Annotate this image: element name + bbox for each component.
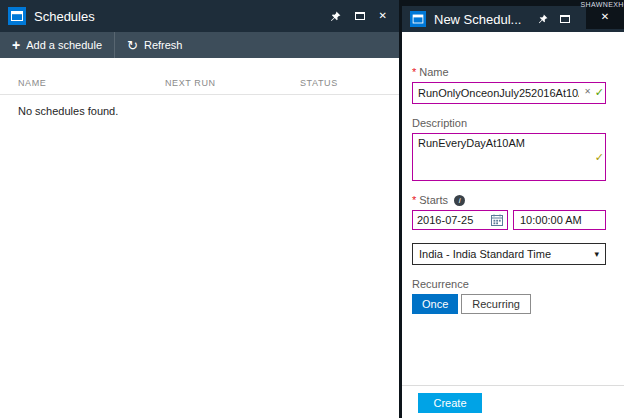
description-field: Description RunEveryDayAt10AM ✓ xyxy=(412,117,606,181)
titlebar-actions: ✕ xyxy=(330,11,391,22)
command-bar: + Add a schedule ↻ Refresh xyxy=(0,32,399,58)
schedules-titlebar: Schedules ✕ xyxy=(0,0,399,32)
required-asterisk: * xyxy=(412,66,416,78)
portal-corner: SHAWNEXHO ✕ xyxy=(586,0,624,29)
valid-check-icon: ✓ xyxy=(595,87,604,98)
add-schedule-button[interactable]: + Add a schedule xyxy=(0,32,115,58)
name-label: * Name xyxy=(412,66,606,78)
account-name: SHAWNEXHO xyxy=(580,1,624,8)
timezone-value: India - India Standard Time xyxy=(419,248,551,260)
pin-icon[interactable] xyxy=(538,14,548,24)
maximize-icon[interactable] xyxy=(355,12,365,20)
name-input-wrap: ✕ ✓ xyxy=(412,82,606,104)
close-icon[interactable]: ✕ xyxy=(379,11,387,21)
portal-close-icon[interactable]: ✕ xyxy=(601,12,609,22)
new-schedule-blade: New Schedul... * Name ✕ ✓ xyxy=(402,6,624,418)
schedules-title: Schedules xyxy=(34,9,95,24)
info-icon[interactable]: i xyxy=(454,195,465,206)
start-date-input[interactable]: 2016-07-25 xyxy=(412,210,508,230)
recurrence-label: Recurrence xyxy=(412,278,606,290)
name-label-text: Name xyxy=(419,66,448,78)
starts-label-text: Starts xyxy=(419,194,448,206)
schedules-blade-icon xyxy=(8,7,26,25)
calendar-icon[interactable] xyxy=(491,214,503,226)
pin-icon[interactable] xyxy=(330,11,341,22)
refresh-icon: ↻ xyxy=(127,39,138,52)
add-icon: + xyxy=(12,38,20,52)
clear-icon[interactable]: ✕ xyxy=(584,88,591,96)
once-toggle[interactable]: Once xyxy=(412,294,458,314)
timezone-select[interactable]: India - India Standard Time ▾ xyxy=(412,243,606,265)
start-datetime-row: 2016-07-25 10:00:00 AM xyxy=(412,210,606,230)
description-label: Description xyxy=(412,117,606,129)
name-field: * Name ✕ ✓ xyxy=(412,66,606,104)
titlebar-actions xyxy=(538,14,574,24)
create-button[interactable]: Create xyxy=(418,393,482,413)
schedules-table-header: NAME NEXT RUN STATUS xyxy=(0,58,399,95)
add-schedule-label: Add a schedule xyxy=(26,39,102,51)
description-input-wrap: RunEveryDayAt10AM ✓ xyxy=(412,133,606,181)
refresh-label: Refresh xyxy=(144,39,183,51)
description-label-text: Description xyxy=(412,117,467,129)
maximize-icon[interactable] xyxy=(560,15,570,23)
chevron-down-icon: ▾ xyxy=(594,249,599,259)
timezone-field: India - India Standard Time ▾ xyxy=(412,243,606,265)
required-asterisk: * xyxy=(412,194,416,206)
recurrence-label-text: Recurrence xyxy=(412,278,469,290)
recurrence-field: Recurrence Once Recurring xyxy=(412,278,606,314)
column-name: NAME xyxy=(18,78,165,88)
column-status: STATUS xyxy=(300,78,338,88)
name-input[interactable] xyxy=(412,82,606,104)
description-input[interactable]: RunEveryDayAt10AM xyxy=(412,133,606,181)
new-schedule-form: * Name ✕ ✓ Description RunEveryDayAt10AM… xyxy=(402,66,624,314)
recurring-toggle[interactable]: Recurring xyxy=(461,294,531,314)
new-schedule-blade-icon xyxy=(410,11,426,27)
create-bar: Create xyxy=(402,385,624,418)
starts-field: * Starts i 2016-07-25 10:00:00 AM xyxy=(412,194,606,230)
description-check-icon: ✓ xyxy=(595,152,604,163)
refresh-button[interactable]: ↻ Refresh xyxy=(115,32,194,58)
start-time-value: 10:00:00 AM xyxy=(520,214,582,226)
column-next-run: NEXT RUN xyxy=(165,78,300,88)
starts-label: * Starts i xyxy=(412,194,606,206)
empty-message: No schedules found. xyxy=(0,95,399,127)
recurrence-toggle: Once Recurring xyxy=(412,294,606,314)
schedules-blade: Schedules ✕ + Add a schedule ↻ Refresh N… xyxy=(0,0,399,418)
new-schedule-title: New Schedul... xyxy=(434,12,521,27)
start-date-value: 2016-07-25 xyxy=(417,214,473,226)
start-time-input[interactable]: 10:00:00 AM xyxy=(513,210,606,230)
